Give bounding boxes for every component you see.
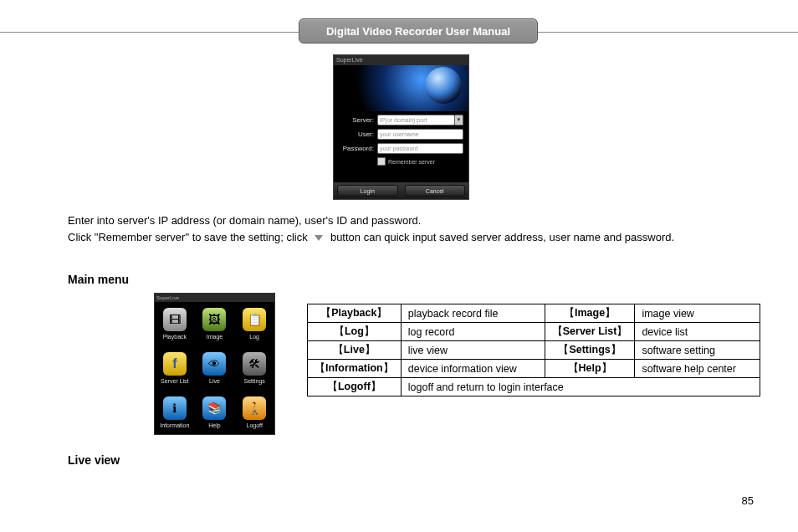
function-table: 【Playback】playback record file【Image】ima… xyxy=(307,304,760,396)
information-icon: ℹ xyxy=(163,396,187,420)
intro-line1: Enter into server's IP address (or domai… xyxy=(68,212,674,229)
cancel-button[interactable]: Cancel xyxy=(405,185,466,197)
menu-item-help[interactable]: 📚Help xyxy=(195,390,235,434)
func-key: 【Help】 xyxy=(545,360,635,378)
section-heading-main-menu: Main menu xyxy=(68,273,129,286)
func-key: 【Settings】 xyxy=(545,341,635,360)
image-icon: 🖼 xyxy=(202,308,226,331)
menu-item-label: Logoff xyxy=(246,422,262,428)
server-list-icon: f xyxy=(163,352,187,376)
menu-item-label: Live xyxy=(209,378,220,384)
dropdown-triangle-icon xyxy=(315,235,323,241)
func-desc: device list xyxy=(635,323,760,341)
login-button[interactable]: Login xyxy=(337,185,398,197)
user-label: User: xyxy=(339,130,374,138)
server-dropdown-icon[interactable]: ▼ xyxy=(455,115,463,125)
menu-item-label: Log xyxy=(249,334,259,340)
intro-line2a: Click "Remember server" to save the sett… xyxy=(68,231,308,243)
server-label: Server: xyxy=(339,116,374,124)
login-banner-image xyxy=(334,65,468,111)
menu-item-image[interactable]: 🖼Image xyxy=(195,302,235,346)
table-row: 【Logoff】logoff and return to login inter… xyxy=(308,378,760,396)
intro-line2b: button can quick input saved server addr… xyxy=(330,231,674,243)
login-form: Server: IP(or domain):port ▼ User: your … xyxy=(334,111,468,166)
login-app-title: SuperLive xyxy=(334,55,468,65)
section-heading-live-view: Live view xyxy=(68,453,120,467)
menu-item-server-list[interactable]: fServer List xyxy=(155,346,195,391)
server-input[interactable]: IP(or domain):port xyxy=(377,115,455,125)
menu-item-label: Settings xyxy=(244,378,265,384)
func-desc: live view xyxy=(401,341,545,360)
menu-item-information[interactable]: ℹInformation xyxy=(155,390,195,434)
user-input[interactable]: your username xyxy=(377,129,463,140)
page-number: 85 xyxy=(742,494,754,507)
menu-item-playback[interactable]: 🎞Playback xyxy=(155,302,195,346)
help-icon: 📚 xyxy=(202,396,226,420)
func-key: 【Log】 xyxy=(308,323,402,341)
menu-item-logoff[interactable]: 🚶Logoff xyxy=(234,390,274,434)
manual-title-banner: Digital Video Recorder User Manual xyxy=(299,18,538,43)
func-desc: software help center xyxy=(635,360,760,378)
login-screenshot: SuperLive Server: IP(or domain):port ▼ U… xyxy=(333,54,469,200)
table-row: 【Information】device information view【Hel… xyxy=(308,360,760,378)
password-label: Password: xyxy=(339,145,374,152)
func-desc: device information view xyxy=(401,360,545,378)
log-icon: 📋 xyxy=(243,308,266,331)
func-key: 【Playback】 xyxy=(308,304,402,323)
menu-item-label: Server List xyxy=(161,378,188,384)
planet-graphic xyxy=(425,67,462,104)
func-desc: image view xyxy=(635,304,760,323)
func-key: 【Image】 xyxy=(545,304,635,323)
remember-label: Remember server xyxy=(388,159,435,165)
func-desc: software setting xyxy=(635,341,760,360)
func-key: 【Live】 xyxy=(308,341,402,360)
password-input[interactable]: your password xyxy=(377,143,463,154)
menu-item-label: Information xyxy=(160,422,189,428)
menu-item-label: Playback xyxy=(163,334,187,340)
func-key: 【Logoff】 xyxy=(308,378,402,396)
func-key: 【Information】 xyxy=(308,360,402,378)
playback-icon: 🎞 xyxy=(163,308,187,331)
menu-item-log[interactable]: 📋Log xyxy=(234,302,274,346)
main-menu-screenshot: SuperLive 🎞Playback🖼Image📋LogfServer Lis… xyxy=(154,293,275,435)
table-row: 【Log】log record【Server List】device list xyxy=(308,323,760,341)
menu-app-title: SuperLive xyxy=(155,294,274,302)
func-desc: playback record file xyxy=(401,304,545,323)
logoff-icon: 🚶 xyxy=(243,396,266,420)
table-row: 【Playback】playback record file【Image】ima… xyxy=(308,304,760,323)
func-desc: log record xyxy=(401,323,545,341)
settings-icon: 🛠 xyxy=(243,352,266,376)
func-key: 【Server List】 xyxy=(545,323,635,341)
menu-item-settings[interactable]: 🛠Settings xyxy=(234,346,274,391)
remember-checkbox[interactable] xyxy=(377,157,386,166)
menu-item-label: Help xyxy=(208,422,220,428)
live-icon: 👁 xyxy=(202,352,226,376)
menu-item-label: Image xyxy=(207,334,223,340)
table-row: 【Live】live view【Settings】software settin… xyxy=(308,341,760,360)
menu-item-live[interactable]: 👁Live xyxy=(195,346,235,391)
intro-line2: Click "Remember server" to save the sett… xyxy=(68,229,674,246)
func-desc: logoff and return to login interface xyxy=(401,378,760,396)
intro-text: Enter into server's IP address (or domai… xyxy=(68,212,674,246)
